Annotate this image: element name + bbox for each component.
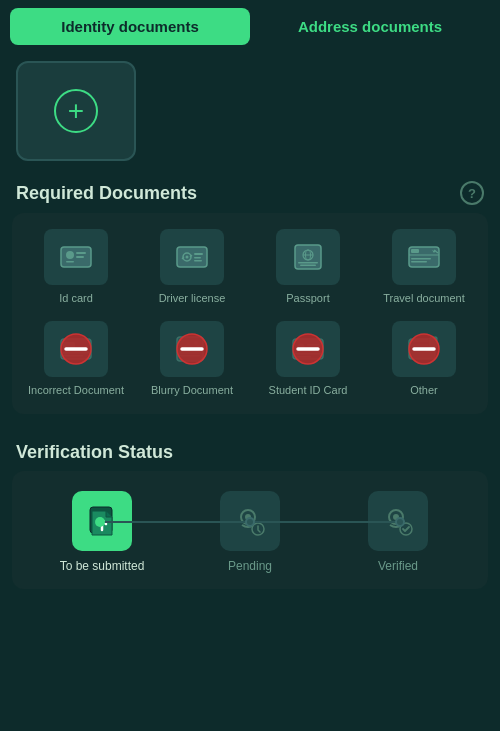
help-icon[interactable]: ? <box>460 181 484 205</box>
doc-icon-passport <box>276 229 340 285</box>
doc-icon-student-id <box>276 321 340 377</box>
doc-item-travel-document[interactable]: Travel document <box>368 229 480 305</box>
svg-rect-5 <box>177 247 207 267</box>
step-label-to-be-submitted: To be submitted <box>60 559 145 573</box>
svg-point-7 <box>186 256 189 259</box>
doc-item-passport[interactable]: Passport <box>252 229 364 305</box>
svg-rect-9 <box>194 257 201 259</box>
upload-box[interactable]: + <box>16 61 136 161</box>
documents-grid-container: Id card Driver license <box>12 213 488 414</box>
progress-line-container <box>95 521 406 523</box>
tab-identity[interactable]: Identity documents <box>10 8 250 45</box>
doc-label-student-id: Student ID Card <box>269 383 348 397</box>
step-label-pending: Pending <box>228 559 272 573</box>
progress-dot-3 <box>395 517 405 527</box>
step-label-verified: Verified <box>378 559 418 573</box>
svg-rect-15 <box>298 262 318 264</box>
doc-label-id-card: Id card <box>59 291 93 305</box>
svg-rect-21 <box>411 261 427 263</box>
required-docs-title: Required Documents <box>16 183 197 204</box>
svg-rect-2 <box>76 252 86 254</box>
doc-label-travel-document: Travel document <box>383 291 465 305</box>
progress-dot-2 <box>245 517 255 527</box>
status-steps: To be submitted Pending <box>28 491 472 573</box>
doc-item-other[interactable]: Other <box>368 321 480 397</box>
svg-rect-19 <box>411 249 419 253</box>
verification-section: To be submitted Pending <box>0 471 500 605</box>
step-to-be-submitted: To be submitted <box>28 491 176 573</box>
doc-item-incorrect-document[interactable]: Incorrect Document <box>20 321 132 397</box>
svg-rect-20 <box>411 258 431 260</box>
step-pending: Pending <box>176 491 324 573</box>
doc-label-passport: Passport <box>286 291 329 305</box>
tab-address[interactable]: Address documents <box>250 8 490 45</box>
doc-item-blurry-document[interactable]: Blurry Document <box>136 321 248 397</box>
doc-label-driver-license: Driver license <box>159 291 226 305</box>
doc-icon-travel-document <box>392 229 456 285</box>
doc-item-id-card[interactable]: Id card <box>20 229 132 305</box>
progress-dot-1 <box>95 517 105 527</box>
doc-label-incorrect-document: Incorrect Document <box>28 383 124 397</box>
step-verified: Verified <box>324 491 472 573</box>
doc-item-student-id[interactable]: Student ID Card <box>252 321 364 397</box>
verification-box: To be submitted Pending <box>12 471 488 589</box>
add-icon: + <box>54 89 98 133</box>
svg-rect-4 <box>66 261 74 263</box>
svg-point-1 <box>66 251 74 259</box>
tab-bar: Identity documents Address documents <box>0 0 500 45</box>
progress-dots <box>95 517 406 527</box>
svg-rect-3 <box>76 256 84 258</box>
upload-section: + <box>0 45 500 169</box>
doc-icon-other <box>392 321 456 377</box>
svg-rect-16 <box>300 265 316 267</box>
verification-title: Verification Status <box>0 430 500 471</box>
doc-icon-blurry-document <box>160 321 224 377</box>
doc-icon-driver-license <box>160 229 224 285</box>
doc-icon-id-card <box>44 229 108 285</box>
svg-rect-8 <box>194 253 203 255</box>
doc-label-other: Other <box>410 383 438 397</box>
doc-icon-incorrect-document <box>44 321 108 377</box>
doc-label-blurry-document: Blurry Document <box>151 383 233 397</box>
svg-rect-10 <box>194 260 202 262</box>
documents-grid: Id card Driver license <box>20 229 480 398</box>
required-docs-header: Required Documents ? <box>0 169 500 213</box>
doc-item-driver-license[interactable]: Driver license <box>136 229 248 305</box>
